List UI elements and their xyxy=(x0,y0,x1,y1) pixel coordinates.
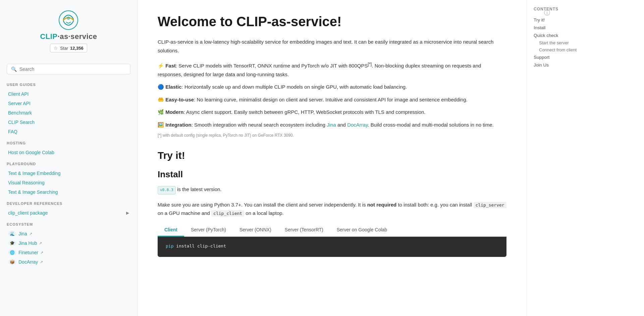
jina-hub-icon: 🎓 xyxy=(8,240,16,246)
search-icon: 🔍 xyxy=(11,66,17,72)
logo-icon xyxy=(58,10,78,30)
integration-emoji: 🖼️ xyxy=(158,122,164,128)
sidebar-item-visual-reasoning[interactable]: Visual Reasoning xyxy=(7,178,130,187)
right-sidebar-toc: CONTENTS Try it! Install Quick check Sta… xyxy=(527,0,614,316)
install-intro-text: is the latest version. xyxy=(177,186,222,192)
star-button[interactable]: ☆ Star 12,356 xyxy=(50,44,87,52)
star-label: Star xyxy=(60,46,68,51)
sidebar-item-server-api[interactable]: Server API xyxy=(7,99,130,108)
left-sidebar: CLIP·as·service ☆ Star 12,356 🔍 USER GUI… xyxy=(0,0,138,316)
external-link-icon-4: ↗ xyxy=(40,260,43,264)
chevron-right-icon: ▶ xyxy=(126,211,129,215)
sidebar-item-google-colab[interactable]: Host on Google Colab xyxy=(7,148,130,157)
star-icon: ☆ xyxy=(54,45,58,51)
sidebar-item-text-image-searching[interactable]: Text & Image Searching xyxy=(7,187,130,197)
sidebar-item-finetuner[interactable]: 🌐 Finetuner ↗ xyxy=(7,248,130,257)
main-wrapper: ⓘ Welcome to CLIP-as-service! CLIP-as-se… xyxy=(138,0,644,316)
intro-text: CLIP-as-service is a low-latency high-sc… xyxy=(158,38,506,55)
search-input[interactable] xyxy=(19,66,126,72)
feature-easy: 🤲 Easy-to-use: No learning curve, minima… xyxy=(158,95,506,104)
logo-area: CLIP·as·service ☆ Star 12,356 xyxy=(33,7,104,59)
modern-emoji: 🌿 xyxy=(158,109,164,115)
sidebar-item-faq[interactable]: FAQ xyxy=(7,127,130,136)
install-title: Install xyxy=(158,169,506,180)
page-title: Welcome to CLIP-as-service! xyxy=(158,13,506,30)
feature-fast: ⚡ Fast: Serve CLIP models with TensorRT,… xyxy=(158,61,506,79)
docarr-inline-link[interactable]: DocArray xyxy=(347,122,368,128)
playground-title: PLAYGROUND xyxy=(7,162,130,166)
toc-support[interactable]: Support xyxy=(534,53,607,61)
toc-try-it[interactable]: Try it! xyxy=(534,16,607,24)
search-box[interactable]: 🔍 xyxy=(7,64,130,75)
finetuner-label: Finetuner xyxy=(18,250,38,255)
main-content: Welcome to CLIP-as-service! CLIP-as-serv… xyxy=(138,0,527,316)
external-link-icon-3: ↗ xyxy=(40,251,43,255)
sidebar-item-clip-search[interactable]: CLIP Search xyxy=(7,118,130,127)
svg-point-1 xyxy=(67,16,70,20)
ecosystem-title: ECOSYSTEM xyxy=(7,222,130,226)
toc-install[interactable]: Install xyxy=(534,24,607,32)
fast-emoji: ⚡ xyxy=(158,63,164,69)
clip-client-label: clip_client package xyxy=(8,210,48,216)
finetuner-icon: 🌐 xyxy=(8,250,16,256)
install-tabs: Client Server (PyTorch) Server (ONNX) Se… xyxy=(158,224,506,237)
hosting-section: HOSTING Host on Google Colab xyxy=(0,138,137,159)
tab-server-tensorrt[interactable]: Server (TensorRT) xyxy=(278,224,330,237)
logo-text: CLIP·as·service xyxy=(40,32,97,41)
user-guides-title: USER GUIDES xyxy=(7,83,130,87)
toc-quick-check[interactable]: Quick check xyxy=(534,32,607,39)
sidebar-item-clip-client-package[interactable]: clip_client package ▶ xyxy=(7,208,130,218)
sidebar-item-jina[interactable]: 🌊 Jina ↗ xyxy=(7,229,130,238)
toc-connect-client[interactable]: Connect from client xyxy=(534,46,607,53)
external-link-icon: ↗ xyxy=(29,232,32,236)
playground-section: PLAYGROUND Text & Image Embedding Visual… xyxy=(0,159,137,198)
easy-bold: Easy-to-use xyxy=(165,97,194,102)
jina-label: Jina xyxy=(18,231,27,236)
fast-bold: Fast xyxy=(165,63,176,69)
clip-client-code: clip_client xyxy=(211,210,244,217)
tab-server-onnx[interactable]: Server (ONNX) xyxy=(233,224,278,237)
modern-bold: Modern xyxy=(165,109,183,115)
star-count: 12,356 xyxy=(70,46,84,51)
developer-references-title: DEVELOPER REFERENCES xyxy=(7,201,130,206)
docarr-label: DocArray xyxy=(18,259,38,265)
sidebar-item-jina-hub[interactable]: 🎓 Jina Hub ↗ xyxy=(7,238,130,248)
elastic-emoji: 🔵 xyxy=(158,84,164,90)
footnote-text: [*] with default config (single replica,… xyxy=(158,133,506,138)
jina-hub-label: Jina Hub xyxy=(18,240,37,246)
not-required-text: not required xyxy=(367,202,397,208)
developer-references-section: DEVELOPER REFERENCES clip_client package… xyxy=(0,198,137,219)
info-icon[interactable]: ⓘ xyxy=(544,9,550,17)
feature-elastic: 🔵 Elastic: Horizontally scale up and dow… xyxy=(158,83,506,91)
svg-point-0 xyxy=(59,11,78,30)
install-body: Make sure you are using Python 3.7+. You… xyxy=(158,200,506,218)
feature-integration: 🖼️ Integration: Smooth integration with … xyxy=(158,121,506,129)
tab-client[interactable]: Client xyxy=(158,224,184,237)
integration-bold: Integration xyxy=(165,122,192,128)
user-guides-section: USER GUIDES Client API Server API Benchm… xyxy=(0,79,137,138)
sidebar-item-docarr[interactable]: 📦 DocArray ↗ xyxy=(7,257,130,267)
jina-icon: 🌊 xyxy=(8,231,16,237)
easy-emoji: 🤲 xyxy=(158,97,164,102)
feature-modern: 🌿 Modern: Async client support. Easily s… xyxy=(158,108,506,117)
sidebar-item-text-image-embedding[interactable]: Text & Image Embedding xyxy=(7,169,130,178)
tab-server-google-colab[interactable]: Server on Google Colab xyxy=(330,224,394,237)
toc-join-us[interactable]: Join Us xyxy=(534,61,607,69)
external-link-icon-2: ↗ xyxy=(39,241,42,245)
jina-inline-link[interactable]: Jina xyxy=(327,122,336,128)
version-badge: v0.8.3 xyxy=(158,186,176,194)
docarr-icon: 📦 xyxy=(8,259,16,265)
clip-server-code: clip_server xyxy=(474,202,506,208)
elastic-bold: Elastic xyxy=(165,84,181,90)
code-block: pip install clip-client xyxy=(158,237,506,257)
sidebar-item-client-api[interactable]: Client API xyxy=(7,89,130,99)
toc-start-server[interactable]: Start the server xyxy=(534,39,607,46)
sidebar-item-benchmark[interactable]: Benchmark xyxy=(7,108,130,118)
tab-server-pytorch[interactable]: Server (PyTorch) xyxy=(184,224,233,237)
ecosystem-section: ECOSYSTEM 🌊 Jina ↗ 🎓 Jina Hub ↗ 🌐 Finetu… xyxy=(0,219,137,268)
hosting-title: HOSTING xyxy=(7,141,130,145)
try-it-title: Try it! xyxy=(158,150,506,161)
version-line: v0.8.3 is the latest version. xyxy=(158,185,506,194)
